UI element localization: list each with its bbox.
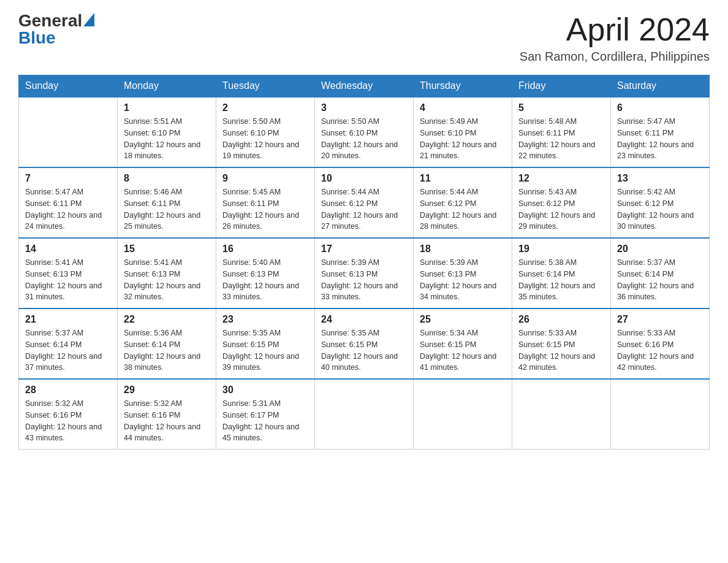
day-number: 27: [617, 314, 703, 325]
day-info: Sunrise: 5:46 AMSunset: 6:11 PMDaylight:…: [124, 186, 210, 232]
calendar-header-friday: Friday: [512, 75, 611, 98]
day-info: Sunrise: 5:35 AMSunset: 6:15 PMDaylight:…: [222, 327, 308, 373]
page-header: General Blue April 2024 San Ramon, Cordi…: [18, 12, 710, 64]
day-number: 9: [222, 173, 308, 184]
calendar-cell: 25Sunrise: 5:34 AMSunset: 6:15 PMDayligh…: [414, 308, 512, 379]
calendar-cell: 20Sunrise: 5:37 AMSunset: 6:14 PMDayligh…: [611, 238, 710, 308]
day-info: Sunrise: 5:44 AMSunset: 6:12 PMDaylight:…: [420, 186, 506, 232]
day-info: Sunrise: 5:33 AMSunset: 6:15 PMDaylight:…: [518, 327, 604, 373]
calendar-cell: [512, 379, 611, 450]
calendar-week-row: 14Sunrise: 5:41 AMSunset: 6:13 PMDayligh…: [19, 238, 710, 308]
calendar-week-row: 21Sunrise: 5:37 AMSunset: 6:14 PMDayligh…: [19, 308, 710, 379]
logo-triangle-icon: [83, 13, 94, 26]
day-number: 16: [222, 243, 308, 255]
day-number: 4: [420, 102, 506, 113]
calendar-cell: 3Sunrise: 5:50 AMSunset: 6:10 PMDaylight…: [315, 97, 414, 167]
calendar-header-tuesday: Tuesday: [216, 75, 315, 98]
calendar-cell: 22Sunrise: 5:36 AMSunset: 6:14 PMDayligh…: [118, 308, 216, 379]
day-number: 15: [124, 243, 210, 255]
calendar-cell: 16Sunrise: 5:40 AMSunset: 6:13 PMDayligh…: [216, 238, 315, 308]
day-info: Sunrise: 5:34 AMSunset: 6:15 PMDaylight:…: [420, 327, 506, 373]
calendar-cell: 5Sunrise: 5:48 AMSunset: 6:11 PMDaylight…: [512, 97, 611, 167]
calendar-cell: 11Sunrise: 5:44 AMSunset: 6:12 PMDayligh…: [414, 167, 512, 238]
calendar-cell: 7Sunrise: 5:47 AMSunset: 6:11 PMDaylight…: [19, 167, 118, 238]
calendar-cell: 15Sunrise: 5:41 AMSunset: 6:13 PMDayligh…: [118, 238, 216, 308]
day-number: 28: [25, 385, 111, 396]
day-number: 6: [617, 102, 703, 113]
day-number: 18: [420, 243, 506, 255]
calendar-cell: 9Sunrise: 5:45 AMSunset: 6:11 PMDaylight…: [216, 167, 315, 238]
day-info: Sunrise: 5:42 AMSunset: 6:12 PMDaylight:…: [617, 186, 703, 232]
calendar-cell: 27Sunrise: 5:33 AMSunset: 6:16 PMDayligh…: [611, 308, 710, 379]
calendar-header-row: SundayMondayTuesdayWednesdayThursdayFrid…: [19, 75, 710, 98]
day-info: Sunrise: 5:31 AMSunset: 6:17 PMDaylight:…: [222, 398, 308, 444]
day-number: 30: [222, 385, 308, 396]
calendar-cell: [611, 379, 710, 450]
logo-general-text: General: [18, 12, 82, 29]
calendar-week-row: 28Sunrise: 5:32 AMSunset: 6:16 PMDayligh…: [19, 379, 710, 450]
calendar-cell: 24Sunrise: 5:35 AMSunset: 6:15 PMDayligh…: [315, 308, 414, 379]
day-number: 10: [321, 173, 407, 184]
day-info: Sunrise: 5:36 AMSunset: 6:14 PMDaylight:…: [124, 327, 210, 373]
calendar-header-thursday: Thursday: [414, 75, 512, 98]
day-number: 3: [321, 102, 407, 113]
calendar-cell: 17Sunrise: 5:39 AMSunset: 6:13 PMDayligh…: [315, 238, 414, 308]
month-year-title: April 2024: [520, 12, 710, 47]
day-number: 19: [518, 243, 604, 255]
calendar-cell: 30Sunrise: 5:31 AMSunset: 6:17 PMDayligh…: [216, 379, 315, 450]
day-number: 7: [25, 173, 111, 184]
day-info: Sunrise: 5:50 AMSunset: 6:10 PMDaylight:…: [321, 116, 407, 162]
day-info: Sunrise: 5:50 AMSunset: 6:10 PMDaylight:…: [222, 116, 308, 162]
location-subtitle: San Ramon, Cordillera, Philippines: [520, 50, 710, 64]
calendar-cell: 6Sunrise: 5:47 AMSunset: 6:11 PMDaylight…: [611, 97, 710, 167]
day-info: Sunrise: 5:41 AMSunset: 6:13 PMDaylight:…: [124, 257, 210, 303]
day-info: Sunrise: 5:32 AMSunset: 6:16 PMDaylight:…: [25, 398, 111, 444]
day-number: 23: [222, 314, 308, 325]
day-number: 21: [25, 314, 111, 325]
day-info: Sunrise: 5:33 AMSunset: 6:16 PMDaylight:…: [617, 327, 703, 373]
calendar-cell: 4Sunrise: 5:49 AMSunset: 6:10 PMDaylight…: [414, 97, 512, 167]
logo-blue-text: Blue: [18, 28, 56, 47]
calendar-header-saturday: Saturday: [611, 75, 710, 98]
calendar-cell: 2Sunrise: 5:50 AMSunset: 6:10 PMDaylight…: [216, 97, 315, 167]
day-info: Sunrise: 5:47 AMSunset: 6:11 PMDaylight:…: [617, 116, 703, 162]
day-number: 1: [124, 102, 210, 113]
calendar-cell: 29Sunrise: 5:32 AMSunset: 6:16 PMDayligh…: [118, 379, 216, 450]
day-info: Sunrise: 5:48 AMSunset: 6:11 PMDaylight:…: [518, 116, 604, 162]
calendar-cell: 10Sunrise: 5:44 AMSunset: 6:12 PMDayligh…: [315, 167, 414, 238]
calendar-week-row: 1Sunrise: 5:51 AMSunset: 6:10 PMDaylight…: [19, 97, 710, 167]
calendar-cell: 18Sunrise: 5:39 AMSunset: 6:13 PMDayligh…: [414, 238, 512, 308]
calendar-cell: [315, 379, 414, 450]
day-info: Sunrise: 5:41 AMSunset: 6:13 PMDaylight:…: [25, 257, 111, 303]
calendar-table: SundayMondayTuesdayWednesdayThursdayFrid…: [18, 75, 710, 450]
calendar-cell: 14Sunrise: 5:41 AMSunset: 6:13 PMDayligh…: [19, 238, 118, 308]
day-number: 17: [321, 243, 407, 255]
day-info: Sunrise: 5:49 AMSunset: 6:10 PMDaylight:…: [420, 116, 506, 162]
day-info: Sunrise: 5:45 AMSunset: 6:11 PMDaylight:…: [222, 186, 308, 232]
calendar-cell: 21Sunrise: 5:37 AMSunset: 6:14 PMDayligh…: [19, 308, 118, 379]
day-number: 12: [518, 173, 604, 184]
calendar-cell: 26Sunrise: 5:33 AMSunset: 6:15 PMDayligh…: [512, 308, 611, 379]
day-number: 25: [420, 314, 506, 325]
day-info: Sunrise: 5:37 AMSunset: 6:14 PMDaylight:…: [25, 327, 111, 373]
day-info: Sunrise: 5:35 AMSunset: 6:15 PMDaylight:…: [321, 327, 407, 373]
calendar-cell: [414, 379, 512, 450]
day-info: Sunrise: 5:44 AMSunset: 6:12 PMDaylight:…: [321, 186, 407, 232]
day-info: Sunrise: 5:39 AMSunset: 6:13 PMDaylight:…: [420, 257, 506, 303]
day-info: Sunrise: 5:47 AMSunset: 6:11 PMDaylight:…: [25, 186, 111, 232]
calendar-cell: 19Sunrise: 5:38 AMSunset: 6:14 PMDayligh…: [512, 238, 611, 308]
calendar-cell: 28Sunrise: 5:32 AMSunset: 6:16 PMDayligh…: [19, 379, 118, 450]
day-number: 5: [518, 102, 604, 113]
day-info: Sunrise: 5:37 AMSunset: 6:14 PMDaylight:…: [617, 257, 703, 303]
logo: General Blue: [18, 12, 94, 47]
day-number: 14: [25, 243, 111, 255]
calendar-header-sunday: Sunday: [19, 75, 118, 98]
day-number: 22: [124, 314, 210, 325]
day-info: Sunrise: 5:40 AMSunset: 6:13 PMDaylight:…: [222, 257, 308, 303]
title-section: April 2024 San Ramon, Cordillera, Philip…: [520, 12, 710, 64]
day-info: Sunrise: 5:39 AMSunset: 6:13 PMDaylight:…: [321, 257, 407, 303]
calendar-cell: 23Sunrise: 5:35 AMSunset: 6:15 PMDayligh…: [216, 308, 315, 379]
day-number: 8: [124, 173, 210, 184]
calendar-cell: 8Sunrise: 5:46 AMSunset: 6:11 PMDaylight…: [118, 167, 216, 238]
day-info: Sunrise: 5:43 AMSunset: 6:12 PMDaylight:…: [518, 186, 604, 232]
